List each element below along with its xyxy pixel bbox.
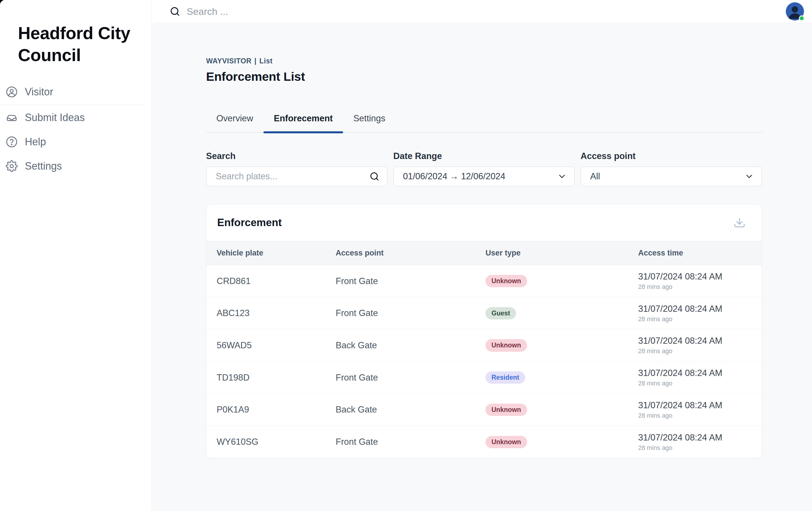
access-time: 31/07/2024 08:24 AM [638, 368, 762, 378]
card-title: Enforcement [217, 217, 733, 229]
access-point-label: Access point [581, 151, 762, 161]
table-header-row: Vehicle plate Access point User type Acc… [206, 241, 762, 265]
plate-search-icon[interactable] [369, 171, 380, 181]
tab-bar: Overview Enforecement Settings [206, 113, 762, 133]
access-time: 31/07/2024 08:24 AM [638, 432, 762, 443]
download-icon [733, 226, 746, 230]
sidebar-item-label: Help [25, 136, 46, 148]
person-icon [6, 86, 18, 98]
vehicle-plate-cell: TD198D [216, 373, 336, 383]
breadcrumb-section: List [259, 57, 272, 65]
sidebar-item-label: Submit Ideas [25, 112, 85, 123]
vehicle-plate-cell: 56WAD5 [216, 340, 336, 350]
table-row[interactable]: CRD861 Front Gate Unknown 31/07/2024 08:… [206, 265, 762, 297]
online-status-dot [799, 16, 805, 21]
gear-icon [6, 160, 18, 172]
app-window: Headford City Council Visitor [0, 0, 812, 511]
access-time-relative: 28 mins ago [638, 412, 762, 419]
vehicle-plate-cell: ABC123 [216, 308, 336, 318]
table-row[interactable]: P0K1A9 Back Gate Unknown 31/07/2024 08:2… [206, 394, 762, 426]
table-row[interactable]: TD198D Front Gate Resident 31/07/2024 08… [206, 362, 762, 394]
plate-search-filter: Search [206, 151, 387, 187]
column-header-access-point: Access point [336, 249, 486, 257]
sidebar-nav: Visitor Submit Ideas [0, 80, 151, 178]
table-row[interactable]: 56WAD5 Back Gate Unknown 31/07/2024 08:2… [206, 330, 762, 362]
date-range-filter: Date Range 01/06/2024 → 12/06/2024 [393, 151, 575, 187]
main-content: WAYVISITOR|List Enforcement List Overvie… [152, 23, 812, 511]
column-header-vehicle-plate: Vehicle plate [216, 249, 336, 257]
access-time: 31/07/2024 08:24 AM [638, 272, 762, 282]
topbar [152, 0, 812, 23]
search-icon [170, 6, 180, 17]
table-row[interactable]: ABC123 Front Gate Guest 31/07/2024 08:24… [206, 297, 762, 330]
access-point-cell: Front Gate [336, 373, 486, 383]
user-type-badge: Unknown [486, 339, 527, 351]
breadcrumb-app: WAYVISITOR [206, 57, 252, 65]
sidebar-item-label: Visitor [25, 86, 53, 98]
card-header: Enforcement [206, 204, 762, 241]
vehicle-plate-cell: CRD861 [216, 276, 336, 286]
vehicle-plate-cell: WY610SG [216, 437, 336, 447]
access-point-cell: Back Gate [336, 340, 486, 350]
global-search-input[interactable] [187, 6, 786, 17]
search-filter-label: Search [206, 151, 387, 161]
access-time: 31/07/2024 08:24 AM [638, 336, 762, 346]
date-range-label: Date Range [393, 151, 575, 161]
user-type-badge: Resident [486, 371, 525, 384]
user-type-badge: Unknown [486, 275, 527, 287]
access-time-relative: 28 mins ago [638, 315, 762, 323]
tab-overview[interactable]: Overview [206, 113, 263, 132]
inbox-icon [6, 112, 18, 123]
access-time: 31/07/2024 08:24 AM [638, 400, 762, 410]
access-time-relative: 28 mins ago [638, 347, 762, 355]
download-button[interactable] [733, 217, 746, 229]
vehicle-plate-cell: P0K1A9 [216, 404, 336, 415]
page-title: Enforcement List [206, 70, 762, 84]
table-row[interactable]: WY610SG Front Gate Unknown 31/07/2024 08… [206, 426, 762, 458]
user-type-badge: Unknown [486, 404, 527, 416]
column-header-access-time: Access time [638, 249, 762, 257]
chevron-down-icon [557, 172, 567, 181]
sidebar-item-visitor[interactable]: Visitor [0, 80, 151, 104]
access-point-cell: Front Gate [336, 437, 486, 447]
user-type-badge: Guest [486, 307, 516, 319]
breadcrumb-separator: | [254, 57, 257, 65]
access-point-select[interactable]: All [581, 166, 762, 187]
user-avatar[interactable] [786, 2, 804, 21]
access-point-filter: Access point All [581, 151, 762, 187]
user-type-badge: Unknown [486, 436, 527, 448]
tab-settings[interactable]: Settings [343, 113, 396, 132]
access-point-cell: Front Gate [336, 308, 486, 318]
date-range-value: 01/06/2024 → 12/06/2024 [403, 171, 557, 181]
access-time: 31/07/2024 08:24 AM [638, 304, 762, 314]
access-time-relative: 28 mins ago [638, 380, 762, 387]
sidebar-item-settings[interactable]: Settings [0, 154, 151, 178]
sidebar: Headford City Council Visitor [0, 0, 152, 511]
breadcrumb: WAYVISITOR|List [206, 57, 762, 65]
access-point-cell: Front Gate [336, 276, 486, 286]
access-point-value: All [590, 171, 744, 181]
plate-search-input[interactable] [216, 171, 369, 181]
date-range-select[interactable]: 01/06/2024 → 12/06/2024 [393, 166, 575, 187]
sidebar-item-help[interactable]: Help [0, 130, 151, 154]
plate-search-control [206, 166, 387, 187]
sidebar-item-submit-ideas[interactable]: Submit Ideas [0, 106, 151, 130]
tab-enforcement[interactable]: Enforecement [263, 113, 343, 132]
chevron-down-icon [744, 172, 754, 181]
org-title: Headford City Council [18, 22, 140, 66]
enforcement-card: Enforcement Vehicle plate Access [206, 204, 762, 458]
filter-bar: Search Date Range 01/06/2024 → 12/06/202… [206, 151, 762, 187]
access-time-relative: 28 mins ago [638, 283, 762, 291]
access-time-relative: 28 mins ago [638, 444, 762, 452]
help-icon [6, 136, 18, 148]
access-point-cell: Back Gate [336, 404, 486, 415]
column-header-user-type: User type [486, 249, 638, 257]
sidebar-item-label: Settings [25, 160, 62, 172]
